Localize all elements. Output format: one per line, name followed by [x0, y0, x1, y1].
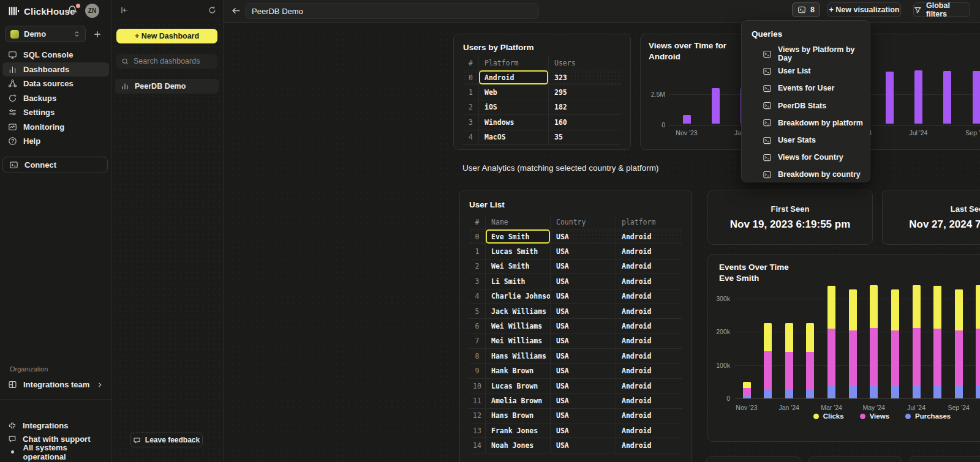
events-bar-segment-purchases[interactable] — [891, 386, 899, 398]
views-bar[interactable] — [886, 72, 894, 124]
table-row[interactable]: 0Eve SmithUSAAndroid — [469, 229, 682, 244]
views-bar[interactable] — [973, 71, 980, 124]
table-cell[interactable]: USA — [551, 409, 616, 423]
dashboard-title-input[interactable] — [245, 3, 539, 19]
views-bar[interactable] — [943, 71, 951, 124]
query-item[interactable]: User Stats — [752, 132, 865, 149]
table-cell[interactable]: Web — [479, 85, 549, 99]
table-row[interactable]: 2iOS182 — [463, 100, 621, 115]
sidebar-item-help[interactable]: Help — [2, 134, 109, 149]
query-item[interactable]: Breakdown by country — [752, 166, 865, 183]
selected-cell[interactable]: Eve Smith — [486, 229, 551, 244]
search-dashboards-box[interactable] — [116, 54, 217, 69]
views-bar[interactable] — [683, 115, 691, 124]
query-item[interactable]: User List — [752, 62, 865, 80]
events-bar-segment-clicks[interactable] — [955, 289, 963, 330]
events-bar-segment-views[interactable] — [785, 352, 793, 390]
events-bar-segment-views[interactable] — [933, 329, 941, 385]
table-row[interactable]: 0Android323 — [463, 70, 621, 85]
views-bar[interactable] — [914, 70, 922, 124]
table-cell[interactable]: USA — [551, 304, 616, 318]
table-cell[interactable]: Android — [616, 438, 684, 452]
table-cell[interactable]: Android — [616, 274, 684, 288]
table-cell[interactable]: 14 — [469, 438, 486, 452]
table-cell[interactable]: USA — [551, 364, 616, 378]
sidebar-item-dashboards[interactable]: Dashboards — [2, 62, 109, 77]
events-bar-segment-purchases[interactable] — [785, 390, 793, 398]
sidebar-item-settings[interactable]: Settings — [2, 105, 109, 120]
table-cell[interactable]: Windows — [479, 115, 549, 129]
events-bar-segment-clicks[interactable] — [870, 285, 878, 328]
table-cell[interactable]: 3 — [469, 274, 486, 288]
table-cell[interactable]: USA — [551, 423, 616, 438]
table-cell[interactable]: Amelia Brown — [486, 393, 551, 408]
table-cell[interactable]: Android — [616, 349, 684, 363]
table-cell[interactable]: USA — [551, 244, 616, 258]
table-cell[interactable]: Charlie Johnson — [486, 289, 551, 304]
table-cell[interactable]: Lucas Brown — [486, 379, 551, 393]
search-dashboards-input[interactable] — [134, 57, 213, 65]
workspace-select[interactable]: Demo — [5, 26, 86, 42]
table-row[interactable]: 1Lucas SmithUSAAndroid — [469, 244, 682, 259]
table-cell[interactable]: 0 — [469, 229, 486, 244]
events-bar-segment-clicks[interactable] — [849, 289, 857, 330]
table-cell[interactable]: Frank Jones — [486, 423, 551, 438]
table-row[interactable]: 11Amelia BrownUSAAndroid — [469, 393, 682, 408]
sidebar-item-sql-console[interactable]: SQL Console — [2, 48, 109, 62]
notifications-bell-icon[interactable] — [66, 4, 80, 18]
table-cell[interactable]: 2 — [469, 259, 486, 274]
table-row[interactable]: 6Wei WilliamsUSAAndroid — [469, 319, 682, 333]
add-workspace-button[interactable] — [93, 30, 102, 39]
table-cell[interactable]: Android — [616, 379, 684, 393]
events-bar-segment-purchases[interactable] — [976, 385, 980, 398]
table-cell[interactable]: MacOS — [479, 130, 549, 144]
sidebar-item-monitoring[interactable]: Monitoring — [2, 120, 109, 135]
table-cell[interactable]: 8 — [469, 349, 486, 363]
events-bar-segment-purchases[interactable] — [827, 386, 835, 398]
table-cell[interactable]: 4 — [463, 130, 479, 144]
table-row[interactable]: 10Lucas BrownUSAAndroid — [469, 379, 682, 393]
events-bar-segment-views[interactable] — [870, 328, 878, 384]
new-dashboard-button[interactable]: + New Dashboard — [116, 29, 217, 43]
events-bar-segment-purchases[interactable] — [933, 386, 941, 398]
views-bar[interactable] — [712, 88, 720, 124]
table-cell[interactable]: Android — [616, 259, 684, 274]
table-cell[interactable]: Jack Williams — [486, 304, 551, 318]
query-item[interactable]: Views by Platform by Day — [752, 45, 865, 62]
table-row[interactable]: 7Mei WilliamsUSAAndroid — [469, 334, 682, 349]
table-row[interactable]: 8Hans WilliamsUSAAndroid — [469, 349, 682, 363]
events-bar-segment-purchases[interactable] — [764, 389, 772, 398]
table-row[interactable]: 3Li SmithUSAAndroid — [469, 274, 682, 289]
table-cell[interactable]: Android — [616, 319, 684, 333]
events-bar-segment-clicks[interactable] — [933, 286, 941, 329]
avatar[interactable]: ZN — [85, 4, 99, 18]
table-cell[interactable]: Android — [616, 393, 684, 408]
table-cell[interactable]: USA — [551, 274, 616, 288]
events-bar-segment-views[interactable] — [849, 330, 857, 386]
table-cell[interactable]: 182 — [549, 100, 622, 114]
connect-button[interactable]: Connect — [2, 157, 108, 173]
table-cell[interactable]: 12 — [469, 409, 486, 423]
events-bar-segment-clicks[interactable] — [785, 323, 793, 352]
table-cell[interactable]: Android — [616, 423, 684, 438]
legend-item-clicks[interactable]: Clicks — [813, 412, 844, 420]
back-button[interactable] — [231, 6, 241, 16]
table-cell[interactable]: 295 — [549, 85, 622, 99]
table-cell[interactable]: Android — [616, 364, 684, 378]
query-item[interactable]: Views for Country — [752, 149, 865, 166]
table-cell[interactable]: 323 — [549, 70, 622, 84]
table-cell[interactable]: 5 — [469, 304, 486, 318]
table-cell[interactable]: USA — [551, 379, 616, 393]
table-cell[interactable]: 9 — [469, 364, 486, 378]
table-cell[interactable]: Noah Jones — [486, 438, 551, 452]
footer-item-integrations[interactable]: Integrations — [2, 419, 109, 433]
events-bar-segment-views[interactable] — [891, 330, 899, 386]
refresh-icon[interactable] — [208, 6, 217, 15]
table-cell[interactable]: 160 — [549, 115, 622, 129]
events-bar-segment-views[interactable] — [913, 328, 921, 384]
table-cell[interactable]: 6 — [469, 319, 486, 333]
table-cell[interactable]: Android — [616, 304, 684, 318]
table-cell[interactable]: USA — [551, 229, 616, 244]
selected-cell[interactable]: Android — [479, 70, 549, 84]
events-bar-segment-purchases[interactable] — [743, 396, 751, 398]
